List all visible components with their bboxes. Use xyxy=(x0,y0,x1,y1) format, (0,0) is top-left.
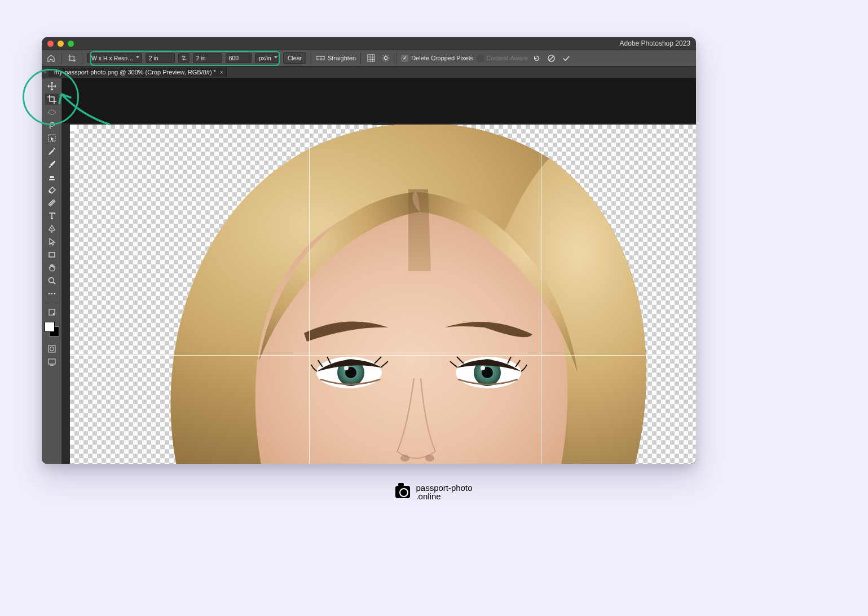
svg-point-7 xyxy=(51,228,52,229)
swap-dimensions-button[interactable] xyxy=(178,53,190,63)
svg-point-23 xyxy=(344,366,349,370)
window-controls xyxy=(47,41,74,47)
work-area xyxy=(42,78,696,464)
clone-stamp-tool[interactable] xyxy=(45,171,59,183)
app-title: Adobe Photoshop 2023 xyxy=(620,39,690,47)
close-icon[interactable] xyxy=(47,41,54,47)
divider xyxy=(61,52,61,64)
crop-tool-icon[interactable] xyxy=(66,52,77,64)
expand-panels-icon[interactable]: » xyxy=(42,69,49,75)
canvas-area[interactable] xyxy=(62,78,696,464)
footer-branding: passport-photo .online xyxy=(0,484,868,500)
rectangle-tool[interactable] xyxy=(45,249,59,260)
gradient-tool[interactable] xyxy=(45,197,59,209)
quick-mask-icon[interactable] xyxy=(45,343,59,354)
svg-point-17 xyxy=(50,347,54,351)
svg-point-9 xyxy=(49,278,54,283)
brand-line1: passport-photo xyxy=(416,484,472,492)
toolbar-separator xyxy=(46,303,58,303)
commit-crop-icon[interactable] xyxy=(561,52,572,64)
delete-cropped-label: Delete Cropped Pixels xyxy=(411,55,473,61)
resolution-field[interactable]: 600 xyxy=(226,53,252,63)
crop-width-field[interactable]: 2 in xyxy=(146,53,175,63)
pen-tool[interactable] xyxy=(45,223,59,234)
crop-grid-line xyxy=(541,125,541,464)
brand-line2: .online xyxy=(416,492,472,500)
move-tool[interactable] xyxy=(45,81,59,92)
svg-rect-1 xyxy=(368,55,374,61)
straighten-label: Straighten xyxy=(328,55,356,61)
clear-button[interactable]: Clear xyxy=(283,52,306,64)
svg-point-29 xyxy=(425,455,434,462)
eraser-tool[interactable] xyxy=(45,184,59,196)
tab-strip: » my-passport-photo.png @ 300% (Crop Pre… xyxy=(42,67,696,78)
svg-point-12 xyxy=(51,293,52,294)
color-swatches[interactable] xyxy=(45,322,59,336)
maximize-icon[interactable] xyxy=(68,41,74,47)
type-tool[interactable] xyxy=(45,210,59,221)
lasso-tool[interactable] xyxy=(45,119,59,131)
document-tab[interactable]: my-passport-photo.png @ 300% (Crop Previ… xyxy=(49,68,227,77)
svg-rect-8 xyxy=(49,252,55,257)
svg-rect-18 xyxy=(49,359,55,364)
document-tab-label: my-passport-photo.png @ 300% (Crop Previ… xyxy=(54,69,216,76)
object-select-tool[interactable] xyxy=(45,132,59,144)
hand-tool[interactable] xyxy=(45,262,59,273)
marquee-tool[interactable] xyxy=(45,107,59,118)
crop-preset-dropdown[interactable]: W x H x Reso… xyxy=(87,53,142,63)
resolution-unit-dropdown[interactable]: px/in xyxy=(255,53,280,63)
straighten-button[interactable]: Straighten xyxy=(316,55,356,61)
zoom-tool[interactable] xyxy=(45,275,59,286)
divider xyxy=(311,52,311,64)
reset-crop-icon[interactable] xyxy=(531,52,543,64)
checkbox-icon xyxy=(477,55,484,62)
camera-icon xyxy=(395,486,410,498)
canvas-pasteboard xyxy=(62,78,696,123)
brush-tool[interactable] xyxy=(45,158,59,170)
path-select-tool[interactable] xyxy=(45,236,59,247)
crop-handle-top[interactable] xyxy=(372,125,394,125)
crop-tool[interactable] xyxy=(45,94,59,105)
divider xyxy=(396,52,396,64)
document-canvas[interactable] xyxy=(70,125,696,464)
minimize-icon[interactable] xyxy=(58,41,64,47)
crop-grid-line xyxy=(309,125,310,464)
divider xyxy=(360,52,361,64)
home-icon[interactable] xyxy=(45,52,56,64)
crop-grid-line xyxy=(70,355,696,356)
edit-toolbar-icon[interactable] xyxy=(45,307,59,318)
svg-point-13 xyxy=(54,293,55,294)
crop-handle-top-left[interactable] xyxy=(70,125,77,131)
photo-content xyxy=(70,125,696,464)
titlebar: Adobe Photoshop 2023 xyxy=(42,37,696,50)
crop-height-field[interactable]: 2 in xyxy=(193,53,222,63)
tools-panel xyxy=(42,78,62,464)
screen-mode-icon[interactable] xyxy=(45,356,59,367)
options-bar: W x H x Reso… 2 in 2 in 600 px/in Clear … xyxy=(42,50,696,67)
svg-point-28 xyxy=(400,455,409,462)
content-aware-checkbox: Content-Aware xyxy=(477,55,528,62)
photoshop-window: Adobe Photoshop 2023 W x H x Reso… 2 in … xyxy=(42,37,696,464)
grid-overlay-icon[interactable] xyxy=(365,52,377,64)
eyedropper-tool[interactable] xyxy=(45,145,59,157)
content-aware-label: Content-Aware xyxy=(487,55,528,61)
svg-point-11 xyxy=(48,293,49,294)
more-tools-icon[interactable] xyxy=(45,288,59,299)
divider xyxy=(82,52,82,64)
straighten-icon xyxy=(316,55,325,61)
crop-settings-icon[interactable] xyxy=(380,52,391,64)
cancel-crop-icon[interactable] xyxy=(546,52,557,64)
svg-point-27 xyxy=(481,366,485,370)
svg-line-10 xyxy=(53,282,55,285)
svg-line-4 xyxy=(549,56,554,60)
svg-rect-16 xyxy=(49,345,55,352)
delete-cropped-checkbox[interactable]: Delete Cropped Pixels xyxy=(401,55,473,62)
svg-point-5 xyxy=(49,110,55,114)
checkbox-icon xyxy=(401,55,408,62)
svg-point-2 xyxy=(385,56,387,59)
close-tab-icon[interactable]: × xyxy=(220,69,223,76)
foreground-color-swatch[interactable] xyxy=(45,322,55,332)
svg-point-15 xyxy=(52,313,54,315)
